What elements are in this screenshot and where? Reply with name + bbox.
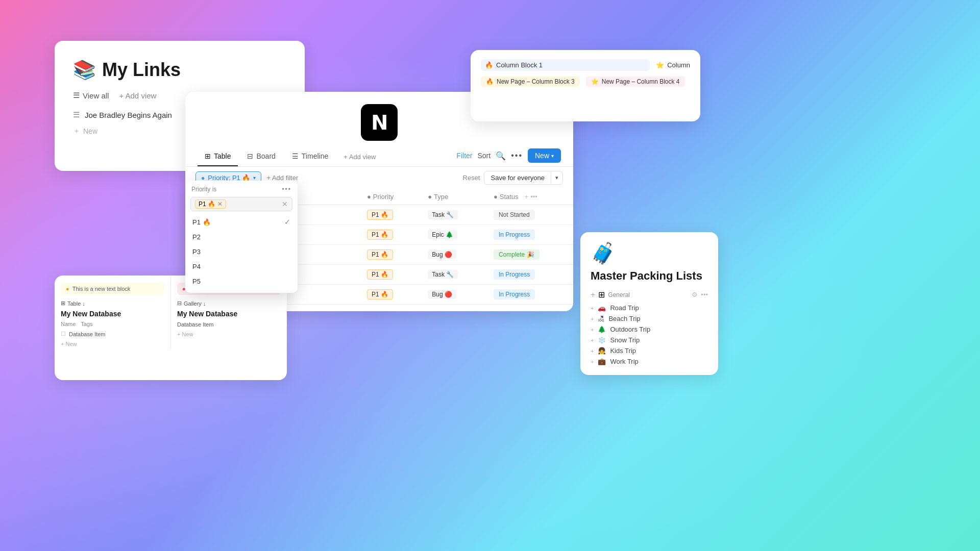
filter-dropdown-header: Priority is ••• (185, 186, 298, 197)
row-type-2: Epic 🌲 (420, 225, 485, 245)
packing-list-header: + ⊞ General ⚙ ••• (591, 290, 708, 299)
plus-icon: ＋ (73, 127, 80, 136)
db-text-block-yellow: ● This is a new text block (61, 283, 164, 295)
row-status-1: Not Started (485, 205, 573, 225)
road-trip-emoji: 🚗 (598, 304, 606, 312)
db-left-title: My New Database (55, 310, 170, 320)
column-block-3[interactable]: 🔥 New Page – Column Block 3 (481, 76, 580, 87)
db-right-new[interactable]: + New (171, 329, 287, 339)
row-priority-4: P1 🔥 (359, 265, 420, 285)
fire-icon-2: 🔥 (486, 78, 494, 85)
column-block-row-1: 🔥 Column Block 1 ⭐ Column (481, 59, 690, 71)
column-block-3-label: New Page – Column Block 3 (497, 78, 575, 85)
reset-label[interactable]: Reset (463, 174, 480, 182)
row-priority-1: P1 🔥 (359, 205, 420, 225)
col-status[interactable]: ● Status + ••• (485, 189, 573, 205)
filter-clear-icon[interactable]: ✕ (282, 200, 288, 208)
plus-icon-item: + (591, 348, 594, 354)
db-left-text: This is a new text block (72, 286, 131, 292)
list-item-beach-trip[interactable]: + 🏖 Beach Trip (591, 313, 708, 324)
plus-icon-item: + (591, 337, 594, 343)
search-icon[interactable]: 🔍 (496, 151, 506, 161)
add-view-tab[interactable]: + Add view (337, 148, 382, 166)
db-right-view[interactable]: ⊟ Gallery ↓ (171, 300, 287, 310)
add-view-link[interactable]: + Add view (119, 91, 156, 100)
filter-search-area[interactable]: P1 🔥 ✕ ✕ (190, 197, 292, 211)
row-status-2: In Progress (485, 225, 573, 245)
tab-board-label: Board (256, 152, 275, 160)
work-trip-emoji: 💼 (598, 358, 606, 365)
filter-option-p2[interactable]: P2 (185, 230, 298, 244)
row-status-4: In Progress (485, 265, 573, 285)
column-block-1-label: Column Block 1 (496, 61, 543, 69)
filter-option-label-p3: P3 (192, 248, 201, 256)
filter-option-label-p1: P1 🔥 (192, 218, 211, 226)
filter-option-label-p5: P5 (192, 278, 201, 285)
snow-trip-label: Snow Trip (610, 336, 640, 344)
tab-table[interactable]: ⊞ Table (198, 147, 238, 166)
col-priority[interactable]: ● Priority (359, 189, 420, 205)
add-col-icon[interactable]: + (525, 193, 529, 201)
row-type-4: Task 🔧 (420, 265, 485, 285)
column-block-4-label: New Page – Column Block 4 (602, 78, 680, 85)
packing-list: + 🚗 Road Trip + 🏖 Beach Trip + 🌲 Outdoor… (591, 303, 708, 367)
filter-option-p5[interactable]: P5 (185, 274, 298, 289)
my-links-item-label: Joe Bradley Begins Again (85, 111, 172, 119)
settings-icon[interactable]: ⚙ (692, 291, 698, 298)
filter-search-input[interactable] (229, 201, 279, 208)
new-button[interactable]: New ▾ (528, 148, 561, 163)
more-options-button[interactable]: ••• (511, 151, 523, 160)
my-links-emoji: 📚 (73, 59, 96, 81)
filter-button[interactable]: Filter (456, 152, 472, 160)
db-item-icon: ☐ (61, 331, 66, 337)
list-item-kids-trip[interactable]: + 👧 Kids Trip (591, 345, 708, 356)
filter-more-icon[interactable]: ••• (282, 186, 291, 193)
list-item-road-trip[interactable]: + 🚗 Road Trip (591, 303, 708, 313)
road-trip-label: Road Trip (610, 304, 639, 312)
db-left-view-label: Table ↓ (67, 300, 85, 307)
gallery-icon-small: ⊟ (177, 300, 182, 307)
filter-option-label-p2: P2 (192, 233, 201, 241)
column-blocks-card: 🔥 Column Block 1 ⭐ Column 🔥 New Page – C… (471, 50, 700, 121)
list-item-outdoors-trip[interactable]: + 🌲 Outdoors Trip (591, 324, 708, 335)
notion-logo: 𝗡 (361, 104, 398, 141)
more-col-icon[interactable]: ••• (530, 193, 537, 201)
new-btn-label: New (535, 152, 549, 160)
list-item-snow-trip[interactable]: + ❄️ Snow Trip (591, 335, 708, 345)
tab-timeline-label: Timeline (302, 152, 328, 160)
view-all-link[interactable]: ☰ View all (73, 91, 109, 100)
tab-timeline[interactable]: ☰ Timeline (285, 147, 335, 166)
db-col-tags: Tags (81, 321, 92, 327)
plus-icon-item: + (591, 316, 594, 322)
outdoors-trip-emoji: 🌲 (598, 325, 606, 333)
circle-icon3: ● (494, 193, 498, 201)
filter-option-p1[interactable]: P1 🔥 ✓ (185, 214, 298, 230)
filter-dropdown-title: Priority is (191, 186, 216, 193)
save-button[interactable]: Save for everyone (484, 171, 551, 184)
db-left-subtitle: Database Item (69, 331, 106, 337)
sort-button[interactable]: Sort (477, 152, 491, 160)
filter-tag-remove[interactable]: ✕ (217, 201, 223, 208)
notion-tabs: ⊞ Table ⊟ Board ☰ Timeline + Add view Fi… (185, 147, 573, 167)
filter-dropdown: Priority is ••• P1 🔥 ✕ ✕ P1 🔥 ✓ P2 P3 P4… (185, 181, 298, 293)
db-left-new[interactable]: + New (55, 339, 170, 349)
column-block-1[interactable]: 🔥 Column Block 1 (481, 59, 650, 71)
filter-search-tag[interactable]: P1 🔥 ✕ (195, 199, 226, 209)
timeline-icon: ☰ (292, 152, 299, 160)
filter-option-p3[interactable]: P3 (185, 244, 298, 259)
column-block-4[interactable]: ⭐ New Page – Column Block 4 (586, 76, 685, 87)
tab-table-label: Table (214, 152, 231, 160)
more-icon[interactable]: ••• (701, 291, 708, 298)
filter-tag-label: P1 🔥 (199, 201, 215, 208)
db-left-view[interactable]: ⊞ Table ↓ (55, 300, 170, 310)
plus-icon-packing[interactable]: + (591, 290, 595, 299)
filter-option-p4[interactable]: P4 (185, 259, 298, 274)
tab-board[interactable]: ⊟ Board (240, 147, 282, 166)
column-block-2-label: Column (667, 61, 690, 69)
col-type[interactable]: ● Type (420, 189, 485, 205)
column-block-2-wrapper[interactable]: ⭐ Column (656, 61, 690, 69)
save-dropdown-icon[interactable]: ▾ (551, 172, 562, 184)
list-item-work-trip[interactable]: + 💼 Work Trip (591, 356, 708, 367)
fire-icon-1: 🔥 (485, 61, 493, 69)
kids-trip-emoji: 👧 (598, 347, 606, 355)
